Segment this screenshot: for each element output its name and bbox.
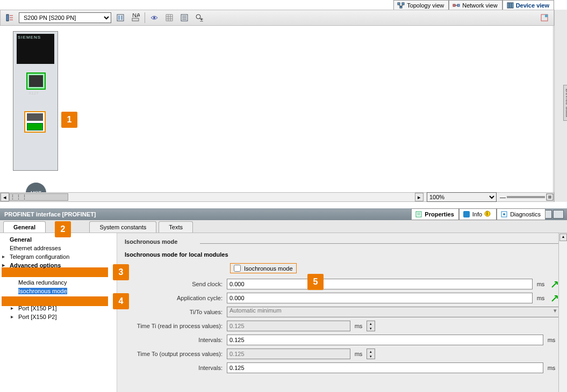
- zoom-button-1[interactable]: [148, 12, 160, 24]
- unit-ms: ms: [543, 365, 559, 371]
- port-label: X127: [28, 91, 39, 96]
- time-to-input: [227, 349, 350, 359]
- svg-rect-0: [398, 3, 400, 5]
- scroll-left-button[interactable]: ◂: [1, 193, 9, 201]
- svg-rect-25: [463, 211, 470, 217]
- inspector-title: PROFINET interface [PROFINET]: [4, 211, 96, 217]
- tab-label: Network view: [462, 2, 497, 9]
- hscroll-track[interactable]: ⋮⋮⋮: [9, 193, 415, 201]
- tab-label: Diagnostics: [510, 211, 541, 217]
- subsection-title: Isochronous mode for local modules: [125, 251, 559, 258]
- zoom-slider[interactable]: —: [500, 193, 554, 201]
- nav-media-redundancy[interactable]: Media redundancy: [0, 278, 117, 287]
- inspector-layout-btn-3[interactable]: [553, 210, 564, 219]
- nav-telegram[interactable]: Telegram configuration: [0, 252, 117, 261]
- show-device-button[interactable]: [4, 12, 16, 24]
- device-header: SIEMENS: [17, 34, 54, 64]
- svg-text:±: ±: [200, 16, 203, 22]
- svg-rect-6: [507, 3, 509, 8]
- svg-rect-9: [6, 14, 9, 21]
- profinet-interface-port[interactable]: [24, 111, 46, 133]
- time-to-label: Time To (output process values):: [125, 351, 227, 357]
- svg-text:i: i: [486, 210, 487, 216]
- dock-button[interactable]: [539, 12, 550, 24]
- zoom-fit-button[interactable]: ±: [193, 12, 205, 24]
- fit-view-icon[interactable]: [546, 193, 554, 201]
- time-ti-spinner[interactable]: ▴▾: [367, 321, 375, 331]
- content-vscroll[interactable]: ▴: [558, 233, 567, 392]
- svg-point-15: [153, 17, 155, 19]
- warning-icon: i: [484, 210, 492, 218]
- device-selector[interactable]: S200 PN [S200 PN]: [19, 12, 111, 23]
- unit-ms: ms: [350, 323, 367, 329]
- svg-rect-4: [457, 4, 460, 6]
- app-cycle-label: Application cycle:: [125, 295, 227, 301]
- svg-rect-3: [453, 4, 455, 6]
- tab-label: Properties: [425, 211, 454, 217]
- subtab-general[interactable]: General: [3, 221, 46, 233]
- device-module[interactable]: SIEMENS X127: [13, 31, 58, 171]
- device-canvas[interactable]: SIEMENS X127 MOT: [0, 26, 554, 192]
- intervals1-label: Intervals:: [125, 337, 227, 343]
- tab-info[interactable]: Info i: [459, 208, 497, 220]
- unit-ms: ms: [533, 295, 549, 301]
- network-icon: [453, 2, 460, 9]
- time-to-spinner[interactable]: ▴▾: [367, 349, 375, 359]
- property-content: Isochronous mode Isochronous mode for lo…: [117, 233, 567, 392]
- motor-node[interactable]: MOT: [26, 183, 46, 192]
- svg-rect-12: [121, 16, 123, 20]
- brand-label: SIEMENS: [18, 35, 53, 40]
- callout-1: 1: [61, 112, 77, 128]
- time-ti-input: [227, 321, 350, 331]
- tab-properties[interactable]: Properties: [411, 208, 458, 220]
- app-cycle-input[interactable]: [227, 293, 533, 303]
- svg-rect-11: [118, 16, 120, 20]
- hscroll-thumb[interactable]: ⋮⋮⋮: [9, 193, 68, 201]
- svg-rect-24: [416, 212, 421, 217]
- device-name-button[interactable]: NAME: [130, 12, 141, 24]
- toggle-rack-button[interactable]: [114, 12, 126, 24]
- subtab-system-constants[interactable]: System constants: [89, 221, 156, 233]
- tab-device-view[interactable]: Device view: [503, 0, 554, 10]
- intervals1-input[interactable]: [227, 335, 543, 345]
- svg-rect-23: [548, 195, 551, 199]
- canvas-hscroll-bar: ◂ ⋮⋮⋮ ▸ 100% —: [0, 192, 554, 202]
- tito-label: Ti/To values:: [125, 309, 227, 315]
- zoom-select[interactable]: 100%: [427, 192, 497, 202]
- subtab-texts[interactable]: Texts: [159, 221, 193, 233]
- nav-port2[interactable]: Port [X150 P2]: [0, 313, 117, 321]
- inspector-sub-tabs: General IO tags System constants Texts: [0, 220, 567, 233]
- send-clock-input[interactable]: [227, 279, 533, 289]
- callout-2: 2: [55, 221, 71, 237]
- list-button[interactable]: [178, 12, 190, 24]
- svg-rect-21: [545, 14, 548, 17]
- highlight-bar-isochronous: [2, 296, 108, 306]
- scroll-right-button[interactable]: ▸: [415, 193, 424, 201]
- nav-advanced-options[interactable]: Advanced options: [0, 261, 117, 270]
- isochronous-mode-checkbox[interactable]: [234, 265, 241, 272]
- intervals2-input[interactable]: [227, 362, 543, 373]
- svg-rect-8: [512, 3, 513, 8]
- tab-network-view[interactable]: Network view: [449, 0, 502, 10]
- device-data-tab[interactable]: Device data: [563, 85, 567, 121]
- callout-4: 4: [113, 293, 129, 309]
- device-toolbar: S200 PN [S200 PN] NAME ±: [0, 10, 554, 26]
- tab-diagnostics[interactable]: Diagnostics: [497, 208, 546, 220]
- tab-label: Topology view: [407, 2, 444, 9]
- callout-3: 3: [113, 264, 129, 280]
- tab-topology-view[interactable]: Topology view: [393, 0, 449, 10]
- device-icon: [506, 2, 514, 9]
- scroll-up-button[interactable]: ▴: [559, 234, 567, 241]
- nav-isochronous-mode[interactable]: Isochronous mode: [0, 287, 117, 295]
- topology-icon: [397, 2, 405, 9]
- nav-ethernet[interactable]: Ethernet addresses: [0, 244, 117, 252]
- properties-icon: [415, 210, 422, 218]
- port-x127[interactable]: [26, 72, 46, 90]
- info-icon: [463, 210, 470, 218]
- svg-text:NAME: NAME: [132, 13, 140, 18]
- tito-select[interactable]: Automatic minimum▾: [227, 307, 559, 317]
- unit-ms: ms: [533, 281, 549, 287]
- diagnostics-icon: [500, 210, 508, 218]
- tab-label: Device view: [516, 2, 549, 9]
- grid-button[interactable]: [163, 12, 175, 24]
